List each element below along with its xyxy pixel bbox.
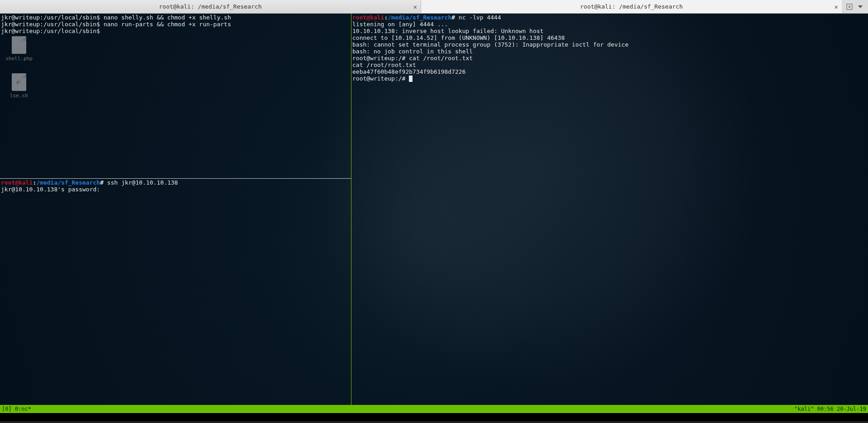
- new-tab-icon[interactable]: [845, 3, 854, 11]
- application-window: root@kali: /media/sf_Research ✕ root@kal…: [0, 0, 868, 423]
- output-line: root@writeup:/# cat /root/root.txt: [352, 55, 473, 62]
- prompt: jkr@writeup:/usr/local/sbin$: [1, 28, 104, 34]
- os-taskbar: [0, 421, 868, 423]
- terminal-tab-2[interactable]: root@kali: /media/sf_Research ✕: [421, 0, 842, 13]
- terminal-area: shell.php #! lse.sh jkr@writeup:/usr/loc…: [0, 14, 868, 405]
- output-line: listening on [any] 4444 ...: [352, 21, 448, 28]
- output-line: bash: cannot set terminal process group …: [352, 41, 628, 48]
- close-icon[interactable]: ✕: [413, 3, 417, 10]
- tmux-statusbar: [0] 0:nc* "kali" 00:56 20-Jul-19: [0, 405, 868, 413]
- tab-title: root@kali: /media/sf_Research: [580, 3, 683, 10]
- prompt-path: /media/sf_Research: [388, 14, 451, 21]
- prompt: jkr@writeup:/usr/local/sbin$: [1, 21, 104, 28]
- output-line: root@writeup:/#: [352, 75, 409, 82]
- pane-right[interactable]: root@kali:/media/sf_Research# nc -lvp 44…: [351, 14, 868, 405]
- menu-dropdown-icon[interactable]: [856, 3, 864, 11]
- prompt: jkr@writeup:/usr/local/sbin$: [1, 14, 104, 21]
- command: nc -lvp 4444: [459, 14, 501, 21]
- output-line: 10.10.10.138: inverse host lookup failed…: [352, 28, 544, 34]
- titlebar: root@kali: /media/sf_Research ✕ root@kal…: [0, 0, 868, 14]
- command: nano shelly.sh && chmod +x shelly.sh: [104, 14, 231, 21]
- pane-top-left[interactable]: jkr@writeup:/usr/local/sbin$ nano shelly…: [0, 14, 351, 179]
- status-left: [0] 0:nc*: [2, 406, 31, 412]
- output-line: eeba47f60b48ef92b734f9b6198d7226: [352, 68, 465, 75]
- left-column: jkr@writeup:/usr/local/sbin$ nano shelly…: [0, 14, 351, 405]
- prompt-path: /media/sf_Research: [36, 179, 100, 186]
- tab-title: root@kali: /media/sf_Research: [159, 3, 262, 10]
- prompt-hash: #: [451, 14, 459, 21]
- close-icon[interactable]: ✕: [835, 3, 838, 10]
- terminal-bottom-strip: [0, 413, 868, 421]
- prompt-user: root@kali: [1, 179, 33, 186]
- window-controls: [842, 0, 868, 13]
- command: ssh jkr@10.10.10.138: [107, 179, 178, 186]
- output-line: connect to [10.10.14.52] from (UNKNOWN) …: [352, 34, 565, 41]
- pane-bottom-left[interactable]: root@kali:/media/sf_Research# ssh jkr@10…: [0, 179, 351, 405]
- terminal-tab-1[interactable]: root@kali: /media/sf_Research ✕: [0, 0, 421, 13]
- tmux-panes: jkr@writeup:/usr/local/sbin$ nano shelly…: [0, 14, 868, 405]
- output-line: bash: no job control in this shell: [352, 48, 473, 55]
- right-column: root@kali:/media/sf_Research# nc -lvp 44…: [351, 14, 868, 405]
- status-right: "kali" 00:56 20-Jul-19: [794, 406, 866, 412]
- cursor-icon: [409, 76, 413, 82]
- prompt-user: root@kali: [352, 14, 384, 21]
- prompt-hash: #: [100, 179, 107, 186]
- command: nano run-parts && chmod +x run-parts: [104, 21, 231, 28]
- output-line: cat /root/root.txt: [352, 62, 416, 68]
- output-line: jkr@10.10.10.138's password:: [1, 186, 104, 193]
